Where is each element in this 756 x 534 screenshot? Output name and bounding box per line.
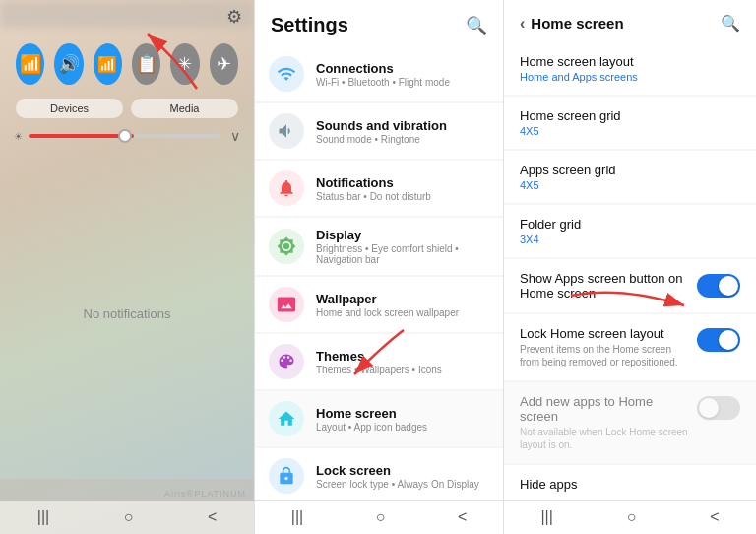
screen-icon: 📋 [136, 53, 158, 75]
settings-item-wallpaper[interactable]: Wallpaper Home and lock screen wallpaper [255, 277, 503, 332]
connections-title: Connections [316, 61, 450, 76]
connections-icon [269, 56, 304, 92]
sounds-text: Sounds and vibration Sound mode • Ringto… [316, 118, 447, 145]
wifi-icon: 📶 [20, 53, 41, 75]
lockscreen-title: Lock screen [316, 463, 479, 478]
settings-item-themes[interactable]: Themes Themes • Wallpapers • Icons [255, 334, 503, 389]
home-grid-title: Home screen grid [520, 108, 740, 123]
display-sub: Brightness • Eye comfort shield • Naviga… [316, 243, 489, 265]
sound-icon: 🔊 [58, 53, 80, 75]
settings-item-homescreen[interactable]: Home screen Layout • App icon badges [255, 391, 503, 446]
sounds-sub: Sound mode • Ringtone [316, 134, 447, 145]
setting-hide-apps[interactable]: Hide apps [504, 465, 756, 500]
show-apps-toggle[interactable] [697, 274, 740, 298]
settings-header: Settings 🔍 [255, 0, 503, 46]
brightness-icon: ☀ [14, 131, 23, 142]
top-blur-bar [0, 0, 254, 28]
home-button[interactable]: ○ [627, 508, 637, 526]
settings-item-connections[interactable]: Connections Wi-Fi • Bluetooth • Flight m… [255, 46, 503, 101]
setting-layout[interactable]: Home screen layout Home and Apps screens [504, 42, 756, 95]
home-button[interactable]: ○ [124, 508, 134, 526]
lockscreen-icon [269, 458, 304, 494]
back-button[interactable]: < [710, 508, 719, 526]
lock-layout-title: Lock Home screen layout [520, 326, 689, 341]
setting-home-grid[interactable]: Home screen grid 4X5 [504, 97, 756, 149]
media-button[interactable]: Media [131, 99, 238, 118]
layout-sub: Home and Apps screens [520, 71, 740, 83]
connections-sub: Wi-Fi • Bluetooth • Flight mode [316, 77, 450, 88]
quick-settings-panel: ⚙ 📶 🔊 📶 📋 ✳ ✈ Devices Media [0, 0, 254, 534]
recent-apps-button[interactable]: ||| [291, 508, 303, 526]
setting-lock-layout[interactable]: Lock Home screen layout Prevent items on… [504, 314, 756, 380]
settings-item-sounds[interactable]: Sounds and vibration Sound mode • Ringto… [255, 103, 503, 159]
homescreen-text: Home screen Layout • App icon badges [316, 406, 427, 433]
quick-tiles-row: 📶 🔊 📶 📋 ✳ ✈ [0, 35, 254, 93]
settings-item-display[interactable]: Display Brightness • Eye comfort shield … [255, 218, 503, 275]
panel1-nav-bar: ||| ○ < [0, 501, 254, 534]
bluetooth-icon: 📶 [97, 55, 117, 74]
themes-text: Themes Themes • Wallpapers • Icons [316, 349, 442, 375]
screen-wrapper: ⚙ 📶 🔊 📶 📋 ✳ ✈ Devices Media [0, 0, 756, 534]
homescreen-icon [269, 401, 304, 436]
wifi-tile[interactable]: 📶 [16, 43, 44, 85]
lock-layout-toggle-thumb [719, 330, 738, 350]
brightness-slider[interactable] [29, 134, 220, 138]
devices-button[interactable]: Devices [16, 99, 123, 118]
lock-layout-desc: Prevent items on the Home screen from be… [520, 343, 689, 368]
wallpaper-title: Wallpaper [316, 292, 459, 306]
search-icon[interactable]: 🔍 [466, 15, 487, 36]
setting-folder-grid[interactable]: Folder grid 3X4 [504, 205, 756, 257]
add-new-apps-toggle[interactable] [697, 396, 740, 420]
search-icon[interactable]: 🔍 [721, 14, 740, 33]
setting-add-new-apps[interactable]: Add new apps to Home screen Not availabl… [504, 382, 756, 463]
lock-layout-toggle[interactable] [697, 328, 740, 352]
folder-grid-title: Folder grid [520, 217, 740, 232]
layout-title: Home screen layout [520, 54, 740, 69]
gear-icon[interactable]: ⚙ [226, 6, 242, 28]
airplane-icon: ✈ [217, 53, 231, 75]
back-nav[interactable]: ‹ Home screen [520, 15, 624, 33]
add-new-apps-toggle-thumb [699, 398, 719, 418]
sounds-title: Sounds and vibration [316, 118, 447, 133]
home-button[interactable]: ○ [376, 508, 386, 526]
settings-item-lockscreen[interactable]: Lock screen Screen lock type • Always On… [255, 448, 503, 500]
flashlight-tile[interactable]: ✳ [170, 43, 199, 85]
settings-item-notifications[interactable]: Notifications Status bar • Do not distur… [255, 161, 503, 216]
notifications-title: Notifications [316, 175, 431, 190]
chevron-down-icon[interactable]: ∨ [230, 128, 240, 144]
back-button[interactable]: < [458, 508, 467, 526]
panel3-title: Home screen [531, 15, 623, 32]
airplane-tile[interactable]: ✈ [210, 43, 238, 85]
no-notifications-text: No notifications [0, 148, 254, 479]
lockscreen-sub: Screen lock type • Always On Display [316, 479, 479, 490]
setting-show-apps-button[interactable]: Show Apps screen button on Home screen [504, 259, 756, 312]
recent-apps-button[interactable]: ||| [540, 508, 552, 526]
themes-sub: Themes • Wallpapers • Icons [316, 365, 442, 375]
folder-grid-sub: 3X4 [520, 234, 740, 245]
notifications-sub: Status bar • Do not disturb [316, 191, 431, 202]
show-apps-button-label: Show Apps screen button on Home screen [520, 271, 697, 300]
flashlight-icon: ✳ [177, 53, 192, 75]
display-title: Display [316, 228, 489, 242]
homescreen-header: ‹ Home screen 🔍 [504, 0, 756, 42]
screen-tile[interactable]: 📋 [132, 43, 160, 85]
notifications-icon [269, 170, 304, 206]
show-apps-toggle-thumb [719, 276, 738, 296]
recent-apps-button[interactable]: ||| [37, 508, 49, 526]
wallpaper-icon [269, 287, 304, 322]
bluetooth-tile[interactable]: 📶 [94, 43, 122, 85]
hide-apps-title: Hide apps [520, 477, 740, 492]
panel2-nav-bar: ||| ○ < [255, 500, 503, 534]
homescreen-settings-panel: ‹ Home screen 🔍 Home screen layout Home … [504, 0, 756, 534]
add-new-apps-title: Add new apps to Home screen [520, 394, 689, 424]
back-button[interactable]: < [208, 508, 217, 526]
homescreen-sub: Layout • App icon badges [316, 422, 427, 433]
sounds-icon [269, 113, 304, 149]
airis-label: Airis®PLATINUM [164, 489, 246, 499]
display-text: Display Brightness • Eye comfort shield … [316, 228, 489, 265]
setting-apps-grid[interactable]: Apps screen grid 4X5 [504, 151, 756, 203]
sound-tile[interactable]: 🔊 [54, 43, 83, 85]
panel3-nav-bar: ||| ○ < [504, 500, 756, 534]
home-grid-sub: 4X5 [520, 125, 740, 137]
settings-title: Settings [271, 14, 348, 36]
